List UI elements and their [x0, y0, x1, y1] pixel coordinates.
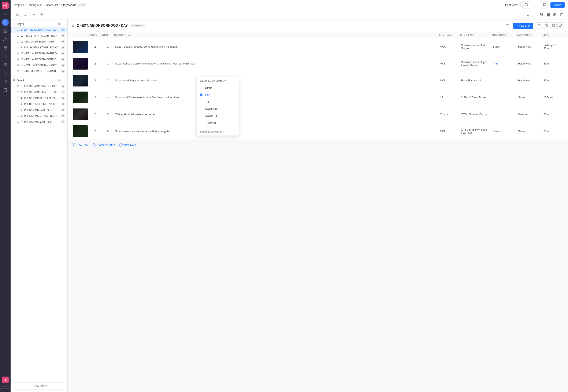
view-grid-2[interactable] [538, 12, 544, 18]
sidebar-scene-3[interactable]: ☰ 3 · INT. STUART'S CAR · DUSK 1 [11, 89, 68, 95]
shot-desc-5: Claire, shocked, meets her father [114, 111, 439, 118]
view-toggle-link[interactable] [557, 22, 564, 29]
view-toggle-split[interactable] [543, 22, 549, 29]
svg-rect-55 [552, 25, 553, 25]
svg-rect-41 [547, 14, 548, 15]
view-toggle-buttons [536, 22, 564, 29]
sidebar-bottom: + New List ▾ [11, 380, 68, 392]
zoom-out[interactable]: − [520, 12, 525, 17]
sidebar-scene-2[interactable]: ☰ 2 · EXT. NEIGHBORHOOD · D... 6 [11, 27, 68, 33]
footer-new-shot-button[interactable]: + New Shot [72, 143, 88, 147]
shot-desc-6: Stuart nervously tries to talk with his … [114, 127, 439, 135]
nav-back[interactable] [2, 11, 9, 17]
th-movement: MOVEMENT [492, 34, 517, 36]
sidebar-scene-1[interactable]: ☰ 1 · INT. STUART'S CAR · NIGHT 0 [11, 83, 68, 89]
print-view-button[interactable]: Print View [502, 2, 521, 8]
shot-equipment-3: Hand Held [517, 77, 543, 84]
dropdown-item-tracking[interactable]: Tracking [197, 119, 239, 126]
sidebar-day-2-scenes: ☰ 1 · INT. STUART'S CAR · NIGHT 0 ☰ 3 · … [11, 83, 68, 125]
view-single[interactable] [559, 12, 565, 18]
svg-rect-44 [547, 15, 548, 16]
more-options-button[interactable]: ··· [532, 2, 539, 8]
sidebar-scene-12[interactable]: ☰ 12 · INT. LA SIRENITA BATHRO... 0 [11, 51, 68, 56]
sidebar-day-2-header[interactable]: ☰ Day 2 7 ··· [11, 78, 68, 83]
sidebar-scene-9[interactable]: ☰ 9 · INT. BEN'S OFFICE · NIGHT 0 [11, 101, 68, 107]
th-lens: LENS [543, 34, 564, 36]
svg-rect-35 [541, 14, 543, 14]
toolbar-settings[interactable] [30, 12, 36, 18]
sidebar-scene-8[interactable]: ☰ 8 · INT. SKIPP'S STAGE · NIGHT 0 [11, 113, 68, 119]
shot-lens-1: Fish-eye / 30mm [543, 42, 564, 52]
new-shot-button[interactable]: + New Shot [513, 23, 533, 29]
svg-rect-56 [554, 25, 554, 25]
nav-filter[interactable] [2, 78, 9, 85]
shot-equipment-1: Hand Held [517, 43, 543, 50]
th-equipment: EQUIPMENT [517, 34, 543, 36]
sidebar-scene-14[interactable]: ☰ 14 · EXT. LA SIRENITA · NIGHT 0 [11, 62, 68, 68]
new-list-button[interactable]: + New List ▾ [13, 382, 65, 390]
day-2-menu[interactable]: ··· [63, 79, 65, 82]
nav-storyboard[interactable] [2, 44, 9, 51]
view-grid-3[interactable] [545, 12, 551, 18]
nav-avatar[interactable]: U [2, 19, 9, 26]
dropdown-item-custom[interactable]: Custom Movement... [197, 128, 239, 136]
sidebar-scene-15[interactable]: ☰ 15 · INT. MUSIC CLUB · NIGHT 0 [11, 68, 68, 74]
nav-settings-bottom[interactable] [2, 377, 9, 383]
shot-thumbnail-3 [72, 73, 89, 88]
nav-edit[interactable] [2, 28, 9, 34]
view-toggle-storyboard[interactable] [536, 22, 542, 29]
sidebar-scene-4[interactable]: ☰ 4 · INT. SKIPP'S KITCHEN · NIG... 0 [11, 95, 68, 101]
zoom-reset[interactable] [526, 12, 531, 17]
dropdown-item-swish-pan[interactable]: Swish Pan [197, 105, 239, 112]
zoom-in[interactable]: + [532, 12, 537, 17]
nav-book[interactable] [2, 87, 9, 93]
share-button[interactable]: Share [551, 2, 565, 8]
breadcrumb-projects[interactable]: Projects [14, 3, 24, 7]
comments-button[interactable] [541, 1, 549, 8]
dropdown-item-tilt[interactable]: Tilt [197, 98, 239, 105]
toolbar-storyboard[interactable] [14, 12, 20, 18]
breadcrumb-sep-1: › [25, 3, 26, 7]
shot-type-2: Shallow Focus / Eye Level / Single [460, 59, 492, 69]
scene-select-all[interactable] [506, 24, 509, 27]
scene-title: 2 · EXT. NEIGHBORHOOD · DAY [77, 24, 128, 28]
toolbar-list[interactable] [22, 12, 28, 18]
view-table[interactable] [552, 12, 558, 18]
save-button[interactable] [522, 1, 530, 8]
nav-users[interactable] [2, 36, 9, 43]
dropdown-item-swish-tilt[interactable]: Swish Tilt [197, 112, 239, 119]
sidebar-scene-5[interactable]: ☰ 5 · INT. SKIPP'S STAGE · NIGHT 0 [11, 45, 68, 51]
dropdown-item-pan[interactable]: Pan [197, 91, 239, 98]
shot-number-3: 3 [101, 77, 114, 84]
nav-globe[interactable] [2, 61, 9, 68]
view-toggle-grid[interactable] [550, 22, 557, 29]
sidebar-scene-6[interactable]: ☰ 6 · INT. SKIPP'S BAR · NIGHT 0 [11, 107, 68, 113]
sidebar-scene-11[interactable]: ☰ 11 · INT. LA SIRENITA · NIGHT 0 [11, 39, 68, 45]
dropdown-divider [197, 127, 239, 127]
nav-list[interactable] [2, 53, 9, 60]
version-tag[interactable]: v1 ▾ [77, 3, 86, 7]
nav-calendar[interactable] [2, 70, 9, 77]
made-by-label: Made ByLeanometry [0, 385, 10, 390]
shot-movement-2[interactable]: Pan [492, 60, 517, 67]
day-1-menu[interactable]: ··· [63, 22, 65, 26]
shot-scene-6: 2 [89, 128, 101, 134]
shot-type-4: 2-Shot / Deep Focus [460, 94, 492, 101]
breadcrumb-project[interactable]: Touring Man [27, 3, 42, 7]
sidebar-day-1-scenes: ☰ 2 · EXT. NEIGHBORHOOD · D... 6 ☰ 10 · … [11, 27, 68, 74]
footer-new-note-button[interactable]: + New Note [119, 143, 136, 147]
sidebar-scene-7[interactable]: ☰ 7 · INT. SKIPP'S BAR · NIGHT 6 [11, 119, 68, 125]
dropdown-item-static[interactable]: Static [197, 84, 239, 91]
sidebar-scene-13[interactable]: ☰ 13 · INT. LA SIRENITA CORRID... 0 [11, 56, 68, 62]
sidebar-scene-10[interactable]: ☰ 10 · INT. STUART'S CAR · NIGHT 0 [11, 33, 68, 39]
app-logo[interactable] [2, 2, 9, 9]
shots-badge: 6 SHOTS [130, 24, 145, 27]
day-2-icon: ☰ [13, 79, 15, 82]
svg-rect-40 [549, 14, 549, 14]
footer-camera-setup-button[interactable]: + Camera Setup [93, 143, 115, 147]
sidebar: ☰ Day 1 6 ··· ☰ 2 · EXT. NEIGHBORHOOD · … [11, 19, 68, 392]
shot-size-4: LS [439, 94, 460, 101]
shot-movement-5 [492, 113, 517, 116]
toolbar-help[interactable] [38, 12, 44, 18]
sidebar-day-1-header[interactable]: ☰ Day 1 6 ··· [11, 21, 68, 27]
